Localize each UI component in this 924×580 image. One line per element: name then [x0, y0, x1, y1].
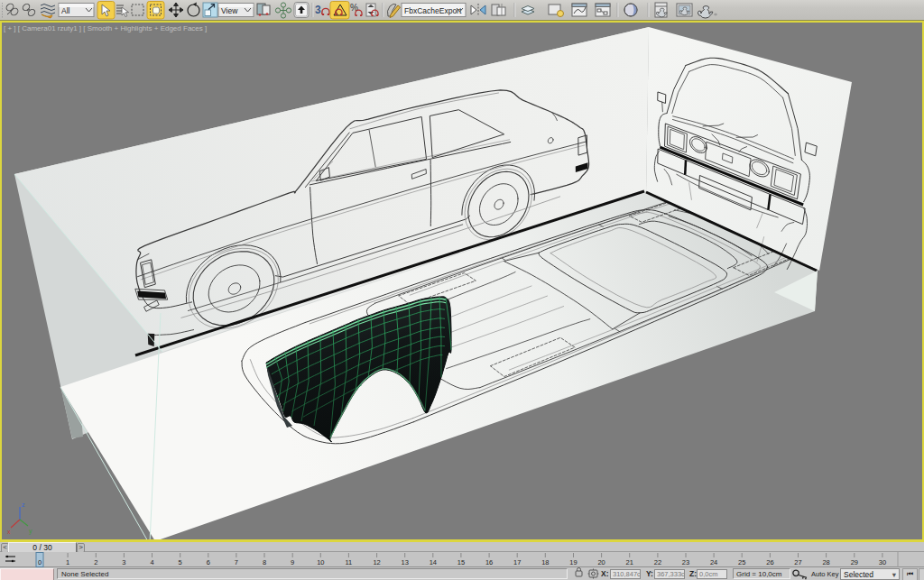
svg-text:9: 9: [291, 558, 294, 566]
svg-text:19: 19: [569, 558, 577, 566]
svg-text:X:: X:: [601, 569, 609, 578]
svg-text:6: 6: [207, 558, 210, 566]
svg-text:15: 15: [457, 558, 465, 566]
svg-text:14: 14: [430, 558, 437, 566]
svg-text:25: 25: [738, 558, 745, 566]
svg-text:View: View: [221, 6, 238, 15]
svg-text:2: 2: [94, 558, 97, 566]
svg-text:FbxCacheExport: FbxCacheExport: [404, 6, 462, 15]
svg-text:18: 18: [541, 558, 549, 566]
svg-text:23: 23: [682, 558, 689, 566]
svg-text:y: y: [29, 528, 32, 535]
svg-text:12: 12: [373, 558, 380, 566]
svg-text:Y:: Y:: [646, 569, 653, 578]
svg-text:30: 30: [879, 558, 886, 566]
svg-text:%: %: [350, 3, 358, 13]
svg-text:1: 1: [66, 558, 69, 566]
svg-text:24: 24: [710, 558, 717, 566]
svg-text:10: 10: [317, 558, 324, 566]
svg-text:20: 20: [597, 558, 605, 566]
svg-text:z: z: [22, 502, 25, 508]
svg-text:26: 26: [766, 558, 773, 566]
svg-text:x: x: [7, 529, 11, 535]
svg-text:7: 7: [235, 558, 238, 566]
svg-text:0: 0: [38, 558, 42, 566]
svg-text:11: 11: [346, 558, 353, 566]
svg-text:3: 3: [315, 4, 321, 16]
svg-text:22: 22: [654, 558, 661, 566]
svg-text:All: All: [61, 6, 70, 15]
svg-text:3: 3: [122, 558, 125, 566]
svg-text:4: 4: [150, 558, 153, 566]
svg-text:16: 16: [485, 558, 493, 566]
svg-text:Z:: Z:: [689, 569, 697, 578]
svg-text:8: 8: [263, 558, 266, 566]
svg-text:27: 27: [794, 558, 801, 566]
svg-text:13: 13: [402, 558, 409, 566]
svg-text:28: 28: [822, 558, 829, 566]
svg-text:17: 17: [513, 558, 521, 566]
svg-text:21: 21: [626, 558, 633, 566]
svg-text:5: 5: [179, 558, 182, 566]
svg-text:29: 29: [851, 558, 858, 566]
